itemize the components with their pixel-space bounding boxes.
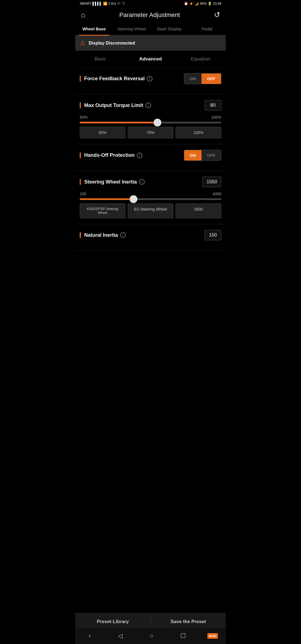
nav-tabs: Wheel Base Steering Wheel Dash Display P… xyxy=(75,23,226,36)
steering-inertia-section: Steering Wheel Inertia i 1550 100 4000 K… xyxy=(75,171,226,224)
force-feedback-on-btn[interactable]: ON xyxy=(184,74,202,84)
max-torque-title: Max Output Torque Limit xyxy=(84,103,143,108)
max-torque-header: Max Output Torque Limit i 80 xyxy=(80,100,221,111)
hands-off-title: Hands-Off Protection xyxy=(84,152,135,158)
hands-off-info-icon[interactable]: i xyxy=(137,153,142,158)
muo-badge[interactable]: MUO xyxy=(207,633,218,639)
force-feedback-off-btn[interactable]: OFF xyxy=(202,74,221,84)
content-area: Force Feedback Reversal i ON OFF Max Out… xyxy=(75,68,226,273)
max-torque-slider-container: 50% 100% xyxy=(80,115,221,123)
tab-basic[interactable]: Basic xyxy=(75,53,125,65)
max-torque-preset-75[interactable]: 75% xyxy=(128,127,173,138)
hands-off-off-btn[interactable]: OFF xyxy=(202,150,221,160)
max-torque-value[interactable]: 80 xyxy=(205,100,221,111)
reset-icon[interactable]: ↺ xyxy=(214,11,220,19)
force-feedback-title: Force Feedback Reversal xyxy=(84,76,145,82)
steering-inertia-slider-thumb[interactable] xyxy=(130,195,137,203)
max-torque-slider-track[interactable] xyxy=(80,122,221,123)
max-torque-max-label: 100% xyxy=(211,115,221,119)
speed-text: 2 K/s xyxy=(108,2,116,6)
home-icon[interactable]: ⌂ xyxy=(81,11,85,19)
section-bar-accent-5 xyxy=(80,232,81,238)
tab-wheel-base[interactable]: Wheel Base xyxy=(75,23,113,35)
force-feedback-header: Force Feedback Reversal i ON OFF xyxy=(80,73,221,84)
steering-inertia-header: Steering Wheel Inertia i 1550 xyxy=(80,177,221,187)
steering-inertia-title-group: Steering Wheel Inertia i xyxy=(80,179,145,185)
tab-pedal[interactable]: Pedal xyxy=(188,23,226,35)
max-torque-slider-fill xyxy=(80,122,157,123)
sim-icon: 📱 xyxy=(122,2,126,6)
status-left: SMART ▌▌▌▌ 📶 2 K/s 🛡 📱 xyxy=(80,2,126,6)
natural-inertia-header: Natural Inertia i 150 xyxy=(80,230,221,240)
tab-steering-wheel[interactable]: Steering Wheel xyxy=(113,23,151,35)
force-feedback-info-icon[interactable]: i xyxy=(147,76,152,82)
section-bar-accent-3 xyxy=(80,152,81,158)
warning-icon: ⚠ xyxy=(80,40,85,47)
natural-inertia-info-icon[interactable]: i xyxy=(120,232,126,238)
steering-inertia-presets: KS/GS/FSR Steering Wheel ES Steering Whe… xyxy=(80,203,221,218)
carrier-text: SMART xyxy=(80,2,91,6)
hands-off-section: Hands-Off Protection i ON OFF xyxy=(75,144,226,171)
natural-inertia-title: Natural Inertia xyxy=(84,232,118,238)
force-feedback-title-group: Force Feedback Reversal i xyxy=(80,76,152,82)
warning-banner: ⚠ Display Disconnected xyxy=(75,36,226,51)
max-torque-preset-100[interactable]: 100% xyxy=(176,127,221,138)
page-title: Parameter Adjustment xyxy=(119,11,180,19)
tab-advanced[interactable]: Advanced xyxy=(125,53,176,65)
sub-tabs: Basic Advanced Equalizer xyxy=(75,51,226,68)
tab-equalizer[interactable]: Equalizer xyxy=(176,53,226,65)
steering-inertia-preset-ks[interactable]: KS/GS/FSR Steering Wheel xyxy=(80,203,125,218)
max-torque-info-icon[interactable]: i xyxy=(145,103,151,108)
nav-back-btn[interactable]: ‹ xyxy=(83,631,96,641)
steering-inertia-preset-es[interactable]: ES Steering Wheel xyxy=(128,203,173,218)
natural-inertia-section: Natural Inertia i 150 xyxy=(75,224,226,251)
natural-inertia-title-group: Natural Inertia i xyxy=(80,232,126,238)
max-torque-min-label: 50% xyxy=(80,115,88,119)
hands-off-on-btn[interactable]: ON xyxy=(184,150,202,160)
bluetooth-icon: ⚡ xyxy=(189,2,193,6)
force-feedback-section: Force Feedback Reversal i ON OFF xyxy=(75,68,226,94)
tab-dash-display[interactable]: Dash Display xyxy=(151,23,188,35)
hands-off-header: Hands-Off Protection i ON OFF xyxy=(80,150,221,161)
max-torque-preset-50[interactable]: 50% xyxy=(80,127,125,138)
nav-bar: ‹ ◁ ○ ☐ MUO xyxy=(75,628,226,644)
nav-recent-btn[interactable]: ☐ xyxy=(175,631,191,641)
section-bar-accent xyxy=(80,76,81,82)
battery-text: 45% xyxy=(200,2,207,6)
steering-inertia-value[interactable]: 1550 xyxy=(202,177,221,187)
section-bar-accent-4 xyxy=(80,179,81,185)
status-right: ⏰ ⚡ 🌙 45% 🔋 15:49 xyxy=(184,2,221,6)
steering-inertia-max-label: 4000 xyxy=(213,192,221,196)
steering-inertia-slider-fill xyxy=(80,198,133,200)
force-feedback-toggle: ON OFF xyxy=(184,73,222,84)
steering-inertia-title: Steering Wheel Inertia xyxy=(84,179,137,185)
steering-inertia-slider-track[interactable] xyxy=(80,198,221,200)
max-torque-slider-labels: 50% 100% xyxy=(80,115,221,119)
steering-inertia-min-label: 100 xyxy=(80,192,86,196)
steering-inertia-info-icon[interactable]: i xyxy=(139,179,145,185)
max-torque-presets: 50% 75% 100% xyxy=(80,127,221,138)
max-torque-title-group: Max Output Torque Limit i xyxy=(80,102,151,108)
vpn-icon: 🛡 xyxy=(117,2,120,6)
steering-inertia-slider-labels: 100 4000 xyxy=(80,192,221,196)
status-bar: SMART ▌▌▌▌ 📶 2 K/s 🛡 📱 ⏰ ⚡ 🌙 45% 🔋 15:49 xyxy=(75,0,226,7)
battery-icon: 🔋 xyxy=(208,2,212,6)
nav-back-triangle-btn[interactable]: ◁ xyxy=(112,631,128,641)
steering-inertia-preset-2600[interactable]: 2600 xyxy=(176,203,221,218)
header: ⌂ Parameter Adjustment ↺ xyxy=(75,7,226,23)
wifi-icon: 📶 xyxy=(103,2,107,6)
natural-inertia-value[interactable]: 150 xyxy=(205,230,221,240)
hands-off-toggle: ON OFF xyxy=(184,150,222,161)
max-torque-section: Max Output Torque Limit i 80 50% 100% 50… xyxy=(75,94,226,144)
hands-off-title-group: Hands-Off Protection i xyxy=(80,152,142,158)
alarm-icon: ⏰ xyxy=(184,2,188,6)
section-bar-accent-2 xyxy=(80,102,81,108)
moon-icon: 🌙 xyxy=(195,2,199,6)
time-text: 15:49 xyxy=(213,2,221,6)
nav-home-btn[interactable]: ○ xyxy=(144,631,159,641)
signal-icon: ▌▌▌▌ xyxy=(93,2,102,6)
max-torque-slider-thumb[interactable] xyxy=(154,119,161,126)
steering-inertia-slider-container: 100 4000 xyxy=(80,192,221,200)
warning-text: Display Disconnected xyxy=(89,41,135,46)
